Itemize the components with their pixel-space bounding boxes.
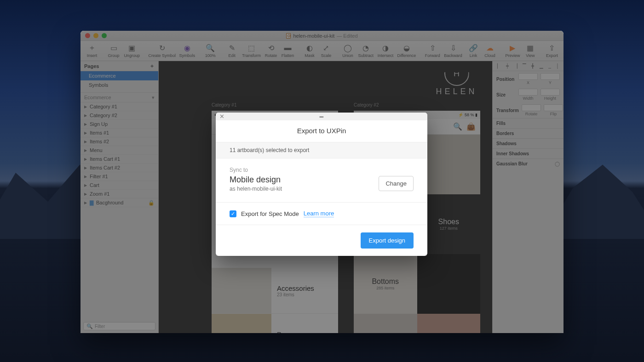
ungroup-button[interactable]: ▣Ungroup xyxy=(122,43,141,58)
sync-to-label: Sync to xyxy=(230,167,414,173)
search-icon: 🔍 xyxy=(86,323,93,329)
document-icon xyxy=(286,33,291,39)
inspector-panel: ▏┿▕ ▔╋▁ ⎯│ Position X Y Size Width Heigh… xyxy=(492,61,564,333)
artboard-label: Category #2 xyxy=(354,102,379,107)
layer-item[interactable]: ▶Cart xyxy=(80,181,158,190)
difference-button[interactable]: ◒Difference xyxy=(396,43,417,58)
align-top-icon[interactable]: ▔ xyxy=(523,63,526,68)
layer-item[interactable]: ▶Items Cart #2 xyxy=(80,164,158,172)
disclosure-icon[interactable]: ▶ xyxy=(84,113,87,118)
layer-item[interactable]: ▶Category #1 xyxy=(80,102,158,111)
layer-item[interactable]: ▶Filter #1 xyxy=(80,172,158,181)
layer-item[interactable]: ▶Sign Up xyxy=(80,120,158,129)
group-button[interactable]: ▭Group xyxy=(106,43,121,58)
layer-item[interactable]: ▶Items #1 xyxy=(80,129,158,137)
layer-label: Sign Up xyxy=(90,121,108,127)
disclosure-icon[interactable]: ▶ xyxy=(84,183,87,187)
intersect-button[interactable]: ◑Intersect xyxy=(376,43,395,58)
disclosure-icon[interactable]: ▶ xyxy=(84,192,87,196)
layer-label: Items Cart #1 xyxy=(90,156,120,162)
window-title: helen-mobile-ui-kit xyxy=(293,33,334,39)
spec-mode-checkbox[interactable]: ✓ xyxy=(230,210,236,217)
layer-label: Bacghround xyxy=(96,200,123,205)
layers-options-icon[interactable]: ▾ xyxy=(152,95,155,101)
transform-label: Transform xyxy=(496,108,519,113)
symbols-button[interactable]: ◉Symbols xyxy=(178,43,196,58)
flip-field[interactable] xyxy=(544,104,563,111)
disclosure-icon[interactable]: ▶ xyxy=(84,157,87,161)
disclosure-icon[interactable]: ▶ xyxy=(84,140,87,144)
layer-item[interactable]: ▶Items Cart #1 xyxy=(80,155,158,164)
export-button[interactable]: ⇪Export xyxy=(544,43,560,58)
page-symbols[interactable]: Symbols xyxy=(80,80,158,90)
flatten-button[interactable]: ▬Flatten xyxy=(280,43,296,58)
left-panel: Pages ＋ Ecommerce Symbols Ecommerce ▾ ▶C… xyxy=(80,61,159,333)
insert-button[interactable]: ＋Insert xyxy=(84,43,100,58)
forward-button[interactable]: ⇧Forward xyxy=(423,43,442,58)
layer-item[interactable]: ▶▇Bacghround🔒 xyxy=(80,198,158,207)
disclosure-icon[interactable]: ▶ xyxy=(84,122,87,126)
transform-button[interactable]: ⬚Transform xyxy=(241,43,262,58)
preview-button[interactable]: ▶Preview xyxy=(504,43,522,58)
export-uxpin-modal: ✕ ▪▪▪ Export to UXPin 11 artboard(s) sel… xyxy=(216,113,427,256)
layer-label: Zoom #1 xyxy=(90,191,109,197)
view-button[interactable]: ▦View xyxy=(523,43,538,58)
subtract-button[interactable]: ◔Subtract xyxy=(356,43,375,58)
y-field[interactable] xyxy=(540,73,560,80)
layer-label: Menu xyxy=(90,147,103,153)
mask-button[interactable]: ◐Mask xyxy=(302,43,317,58)
align-bottom-icon[interactable]: ▁ xyxy=(540,63,543,68)
layer-label: Category #2 xyxy=(90,113,117,118)
blur-toggle-icon[interactable]: ◯ xyxy=(555,161,560,166)
filter-input[interactable]: 🔍 Filter xyxy=(83,322,155,330)
create-symbol-button[interactable]: ↻Create Symbol xyxy=(147,43,177,58)
layer-item[interactable]: ▶Category #2 xyxy=(80,111,158,120)
fills-section[interactable]: Fills xyxy=(493,118,564,128)
borders-section[interactable]: Borders xyxy=(493,128,564,138)
bag-icon: 👜 xyxy=(466,123,476,130)
disclosure-icon[interactable]: ▶ xyxy=(84,148,87,153)
distribute-h-icon[interactable]: ⎯ xyxy=(548,63,551,68)
layer-item[interactable]: ▶Items #2 xyxy=(80,137,158,146)
disclosure-icon[interactable]: ▶ xyxy=(84,166,87,170)
learn-more-link[interactable]: Learn more xyxy=(304,210,334,217)
change-button[interactable]: Change xyxy=(379,176,414,191)
distribute-v-icon[interactable]: │ xyxy=(556,63,559,68)
align-controls[interactable]: ▏┿▕ ▔╋▁ ⎯│ xyxy=(493,61,564,71)
zoom-control[interactable]: 🔍100% xyxy=(202,43,218,58)
inner-shadows-section[interactable]: Inner Shadows xyxy=(493,148,564,158)
disclosure-icon[interactable]: ▶ xyxy=(84,105,87,109)
align-vcenter-icon[interactable]: ╋ xyxy=(531,63,534,68)
layer-label: Category #1 xyxy=(90,104,117,109)
size-label: Size xyxy=(496,92,516,97)
add-page-icon[interactable]: ＋ xyxy=(150,62,155,69)
width-field[interactable] xyxy=(518,89,538,96)
page-ecommerce[interactable]: Ecommerce xyxy=(80,71,158,80)
pages-header: Pages ＋ xyxy=(80,61,158,71)
disclosure-icon[interactable]: ▶ xyxy=(84,201,87,205)
disclosure-icon[interactable]: ▶ xyxy=(84,175,87,179)
scale-button[interactable]: ⤢Scale xyxy=(318,43,334,58)
layer-item[interactable]: ▶Menu xyxy=(80,146,158,155)
align-left-icon[interactable]: ▏ xyxy=(497,63,501,68)
artboard-label: Category #1 xyxy=(212,102,236,107)
align-right-icon[interactable]: ▕ xyxy=(514,63,518,68)
x-field[interactable] xyxy=(518,73,538,80)
link-button[interactable]: 🔗Link xyxy=(466,43,481,58)
cloud-button[interactable]: ☁Cloud xyxy=(482,43,498,58)
height-field[interactable] xyxy=(540,89,560,96)
shadows-section[interactable]: Shadows xyxy=(493,138,564,148)
rotate-field[interactable] xyxy=(522,104,541,111)
layer-item[interactable]: ▶Zoom #1 xyxy=(80,190,158,198)
lock-icon: 🔒 xyxy=(148,200,155,206)
gaussian-blur-section[interactable]: Gaussian Blur◯ xyxy=(493,158,564,169)
union-button[interactable]: ◯Union xyxy=(340,43,356,58)
rotate-button[interactable]: ⟲Rotate xyxy=(263,43,279,58)
backward-button[interactable]: ⇩Backward xyxy=(443,43,464,58)
edit-button[interactable]: ✎Edit xyxy=(224,43,240,58)
export-design-button[interactable]: Export design xyxy=(361,232,414,249)
modal-close-icon[interactable]: ✕ xyxy=(219,113,224,119)
disclosure-icon[interactable]: ▶ xyxy=(84,131,87,135)
brand-logo: H HELEN xyxy=(436,61,477,96)
align-hcenter-icon[interactable]: ┿ xyxy=(506,63,509,68)
